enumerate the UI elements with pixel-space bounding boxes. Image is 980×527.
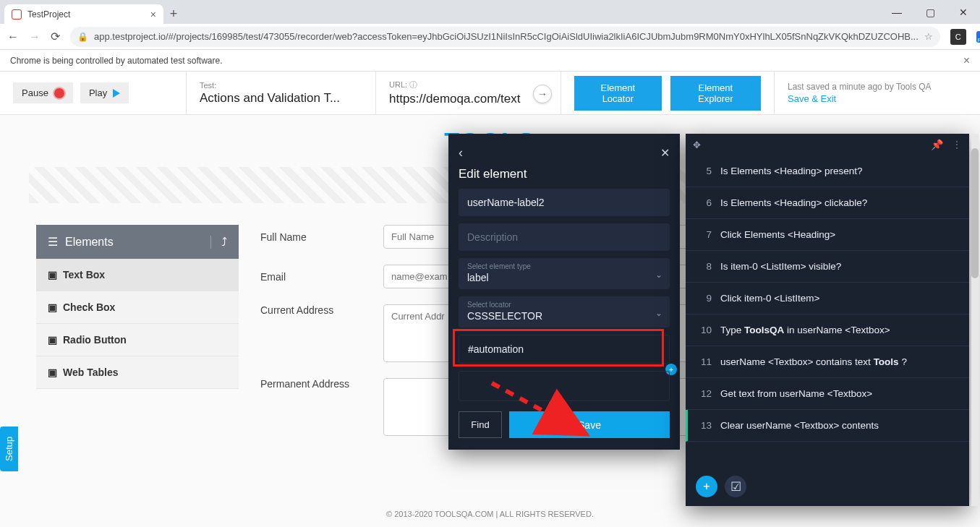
maximize-icon[interactable]: ▢	[913, 0, 947, 24]
edit-element-panel: ‹ ✕ Edit element Select element type lab…	[448, 134, 680, 450]
step-text: userName <Textbox> contains text Tools ?	[720, 356, 958, 367]
window-controls: — ▢ ✕	[880, 0, 980, 24]
play-label: Play	[89, 87, 107, 98]
locator-extra-box[interactable]	[459, 371, 670, 401]
play-button[interactable]: Play	[80, 82, 129, 103]
pin-icon[interactable]: 📌	[931, 139, 943, 150]
element-name-field[interactable]	[459, 189, 670, 216]
step-row[interactable]: 13Clear userName <Textbox> contents	[686, 410, 969, 442]
close-panel-icon[interactable]: ✕	[660, 146, 670, 160]
sidebar-title: Elements	[65, 236, 114, 248]
page-footer: © 2013-2020 TOOLSQA.COM | ALL RIGHTS RES…	[0, 510, 980, 518]
panel-menu-icon[interactable]: ⋮	[952, 139, 962, 150]
minimize-icon[interactable]: —	[880, 0, 913, 24]
browser-tab[interactable]: TestProject ×	[4, 4, 163, 24]
test-name: Actions and Validation T...	[200, 91, 362, 106]
label-full-name: Full Name	[260, 231, 383, 243]
save-exit-link[interactable]: Save & Exit	[788, 93, 836, 104]
automation-infobar: Chrome is being controlled by automated …	[0, 50, 980, 72]
window-titlebar: TestProject × + — ▢ ✕	[0, 0, 980, 24]
pause-label: Pause	[22, 87, 48, 98]
star-icon[interactable]: ☆	[924, 31, 933, 42]
infobar-text: Chrome is being controlled by automated …	[10, 56, 222, 66]
record-indicator-icon	[54, 88, 64, 98]
step-text: Is item-0 <ListItem> visible?	[720, 261, 958, 272]
element-type-select[interactable]: Select element type label ⌄	[459, 258, 670, 289]
locator-value: CSSSELECTOR	[467, 310, 661, 322]
new-tab-button[interactable]: +	[163, 4, 184, 24]
step-text: Click Elements <Heading>	[720, 229, 958, 240]
page-scrollbar-thumb[interactable]	[971, 148, 979, 278]
step-text: Click item-0 <ListItem>	[720, 293, 958, 304]
lock-icon: 🔒	[77, 32, 88, 42]
last-saved-text: Last saved a minute ago by Tools QA	[788, 82, 932, 92]
step-row[interactable]: 12Get text from userName <Textbox>	[686, 378, 969, 410]
test-info: Test: Actions and Validation T...	[187, 72, 376, 114]
step-list[interactable]: 5Is Elements <Heading> present?6Is Eleme…	[686, 155, 969, 467]
sidebar: ☰Elements ⤴ ▣ Text Box ▣ Check Box ▣ Rad…	[36, 225, 239, 452]
locator-input-box[interactable]	[459, 335, 670, 364]
navigate-button[interactable]: →	[533, 85, 552, 103]
url-value: https://demoqa.com/text	[389, 92, 547, 106]
element-locator-button[interactable]: Element Locator	[574, 76, 662, 111]
locator-select[interactable]: Select locator CSSSELECTOR ⌄	[459, 296, 670, 327]
element-explorer-button[interactable]: Element Explorer	[670, 76, 761, 111]
description-input[interactable]	[467, 231, 661, 243]
save-info: Last saved a minute ago by Tools QA Save…	[775, 72, 980, 114]
sidebar-item-check-box[interactable]: ▣ Check Box	[36, 291, 239, 324]
chevron-down-icon: ⌄	[655, 308, 662, 318]
type-label: Select element type	[467, 262, 661, 270]
element-name-input[interactable]	[467, 197, 661, 208]
step-row[interactable]: 8Is item-0 <ListItem> visible?	[686, 251, 969, 283]
step-row[interactable]: 5Is Elements <Heading> present?	[686, 155, 969, 187]
step-number: 11	[697, 356, 712, 367]
step-text: Clear userName <Textbox> contents	[720, 420, 958, 431]
step-number: 9	[697, 293, 712, 304]
reload-icon[interactable]: ⟳	[51, 30, 60, 43]
step-text: Type ToolsQA in userName <Textbox>	[720, 325, 958, 335]
test-label: Test:	[200, 81, 216, 90]
setup-tab[interactable]: Setup	[0, 427, 18, 471]
close-icon[interactable]: ✕	[947, 0, 980, 24]
back-icon[interactable]: ‹	[459, 145, 463, 160]
step-row[interactable]: 9Click item-0 <ListItem>	[686, 283, 969, 314]
infobar-close-icon[interactable]: ×	[963, 54, 970, 67]
play-icon	[113, 89, 120, 98]
pause-button[interactable]: Pause	[13, 82, 73, 103]
move-panel-icon[interactable]: ✥	[693, 140, 701, 150]
find-button[interactable]: Find	[459, 411, 502, 438]
step-row[interactable]: 11userName <Textbox> contains text Tools…	[686, 346, 969, 378]
url-label: URL: ⓘ	[389, 80, 417, 90]
locator-input[interactable]	[468, 343, 660, 355]
step-row[interactable]: 7Click Elements <Heading>	[686, 219, 969, 251]
url-field[interactable]: 🔒 app.testproject.io/#/projects/169985/t…	[70, 27, 940, 47]
sidebar-item-text-box[interactable]: ▣ Text Box	[36, 259, 239, 291]
sidebar-item-radio-button[interactable]: ▣ Radio Button	[36, 324, 239, 356]
tab-close-icon[interactable]: ×	[150, 9, 156, 20]
collapse-icon[interactable]: ⤴	[210, 236, 227, 249]
step-number: 8	[697, 261, 712, 272]
sidebar-header[interactable]: ☰Elements ⤴	[36, 225, 239, 259]
back-icon[interactable]: ←	[7, 30, 19, 43]
step-number: 12	[697, 388, 712, 399]
step-number: 10	[697, 325, 712, 335]
add-step-button[interactable]: +	[696, 476, 717, 497]
forward-icon[interactable]: →	[29, 30, 41, 43]
label-permanent-address: Permanent Address	[260, 378, 383, 390]
step-row[interactable]: 6Is Elements <Heading> clickable?	[686, 187, 969, 219]
chevron-down-icon: ⌄	[655, 270, 662, 280]
step-row[interactable]: 10Type ToolsQA in userName <Textbox>	[686, 314, 969, 346]
description-field[interactable]	[459, 223, 670, 251]
extension-icon[interactable]: C	[950, 29, 966, 45]
step-number: 6	[697, 197, 712, 208]
menu-icon: ☰	[48, 236, 58, 248]
step-text: Is Elements <Heading> clickable?	[720, 197, 958, 208]
recorder-toolbar: Pause Play Test: Actions and Validation …	[0, 72, 980, 115]
type-value: label	[467, 272, 661, 283]
sidebar-item-web-tables[interactable]: ▣ Web Tables	[36, 356, 239, 389]
save-button[interactable]: Save	[509, 411, 670, 438]
locator-label: Select locator	[467, 301, 661, 309]
multi-select-button[interactable]: ☑	[725, 476, 746, 497]
label-email: Email	[260, 271, 383, 283]
recorder-extension-icon[interactable]	[976, 31, 980, 43]
